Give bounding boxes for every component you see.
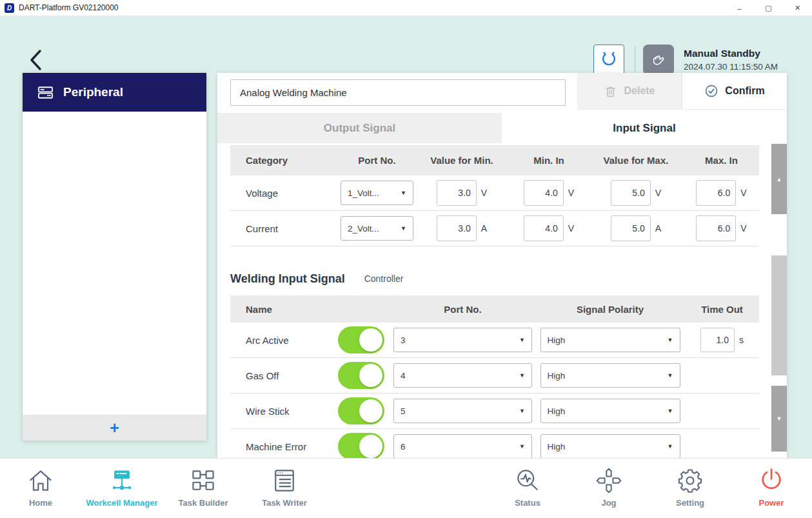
table-row-current: Current 2_Volt... ▼ A V A V <box>230 211 759 246</box>
hand-icon <box>648 50 669 70</box>
title-bar: D DART-Platform GV02120000 – ▢ ✕ <box>0 0 812 16</box>
nav-item-task-writer[interactable]: Task Writer <box>244 459 325 518</box>
wire-stick-port-select[interactable]: 5 ▼ <box>393 399 532 423</box>
plus-icon: + <box>110 419 119 437</box>
welding-signal-table: Name Port No. Signal Polarity Time Out A… <box>230 295 759 458</box>
machine-error-port-select[interactable]: 6 ▼ <box>393 434 532 458</box>
header-band: Manual Standby 2024.07.30 11:15:50 AM <box>0 16 812 71</box>
arc-active-timeout-input[interactable] <box>700 328 735 352</box>
signal-tabs: Output Signal Input Signal <box>217 113 787 143</box>
voltage-max-in-input[interactable] <box>696 180 736 206</box>
close-button[interactable]: ✕ <box>783 0 812 16</box>
current-min-in-input[interactable] <box>524 215 564 241</box>
window-controls: – ▢ ✕ <box>725 0 812 16</box>
table-row-voltage: Voltage 1_Volt... ▼ V V V V <box>230 175 759 211</box>
toggle-knob <box>359 435 382 458</box>
col-time-out: Time Out <box>685 304 759 315</box>
chevron-down-icon: ▼ <box>519 337 525 343</box>
table-row-gas-off: Gas Off 4 ▼ High ▼ <box>230 358 759 393</box>
current-value-max-input[interactable] <box>611 215 651 241</box>
wire-stick-polarity-select[interactable]: High ▼ <box>540 399 680 423</box>
confirm-label: Confirm <box>725 85 764 97</box>
gas-off-polarity-select[interactable]: High ▼ <box>540 363 680 388</box>
tab-output-signal[interactable]: Output Signal <box>217 113 502 143</box>
add-peripheral-button[interactable]: + <box>23 415 206 441</box>
chevron-down-icon: ▼ <box>519 372 525 379</box>
chevron-down-icon: ▼ <box>401 190 406 196</box>
main-header: Delete Confirm <box>217 73 787 113</box>
maximize-button[interactable]: ▢ <box>754 0 783 16</box>
nav-item-status[interactable]: Status <box>487 459 568 518</box>
scrollbar-thumb[interactable] <box>771 255 787 375</box>
scroll-up-button[interactable]: ▲ <box>771 144 787 214</box>
peripheral-sidebar: Peripheral + <box>23 73 206 441</box>
nav-spacer <box>325 459 487 518</box>
confirm-button[interactable]: Confirm <box>682 73 787 110</box>
home-icon <box>26 466 55 495</box>
manual-mode-button[interactable] <box>643 45 674 75</box>
nav-item-workcell-manager[interactable]: Workcell Manager <box>81 459 163 518</box>
wire-stick-toggle[interactable] <box>338 397 384 424</box>
machine-error-toggle[interactable] <box>338 433 384 458</box>
task-writer-icon <box>270 466 299 495</box>
nav-item-power[interactable]: Power <box>731 459 812 518</box>
sidebar-item-peripheral[interactable]: Peripheral <box>23 73 206 112</box>
nav-item-task-builder[interactable]: Task Builder <box>163 459 244 518</box>
chevron-left-icon <box>27 48 44 72</box>
triangle-down-icon: ▼ <box>777 415 782 422</box>
sidebar-list <box>23 112 206 415</box>
unit-label: V <box>568 188 574 198</box>
nav-item-home[interactable]: Home <box>0 459 81 518</box>
tab-input-signal[interactable]: Input Signal <box>502 113 787 143</box>
current-value-min-input[interactable] <box>437 215 477 241</box>
col-min-in: Min. In <box>510 155 588 166</box>
section-subtitle: Controller <box>364 274 404 284</box>
minimize-button[interactable]: – <box>725 0 754 16</box>
unit-label: V <box>568 223 574 234</box>
current-max-in-input[interactable] <box>696 215 736 241</box>
unit-label: V <box>740 188 746 198</box>
triangle-up-icon: ▲ <box>777 176 782 183</box>
gas-off-toggle[interactable] <box>338 362 384 389</box>
unit-label: A <box>481 223 487 234</box>
table-row-machine-error: Machine Error 6 ▼ High ▼ <box>230 429 759 458</box>
voltage-min-in-input[interactable] <box>524 180 564 206</box>
status-icon <box>513 466 542 495</box>
voltage-value-min-input[interactable] <box>437 180 477 206</box>
trash-icon <box>604 85 617 98</box>
task-builder-icon <box>189 466 217 495</box>
analog-table-header: Category Port No. Value for Min. Min. In… <box>230 145 759 175</box>
col-value-for-min: Value for Min. <box>414 155 510 166</box>
delete-label: Delete <box>624 85 655 97</box>
scroll-down-button[interactable]: ▼ <box>771 386 787 452</box>
machine-error-polarity-select[interactable]: High ▼ <box>540 434 680 458</box>
chevron-down-icon: ▼ <box>519 443 525 450</box>
bottom-navigation: Home Workcell Manager <box>0 458 812 518</box>
back-button[interactable] <box>25 47 46 73</box>
machine-name-input[interactable] <box>230 79 566 106</box>
welding-table-header: Name Port No. Signal Polarity Time Out <box>230 295 759 323</box>
unit-label: V <box>481 188 487 198</box>
current-port-select[interactable]: 2_Volt... ▼ <box>341 216 413 241</box>
gas-off-port-select[interactable]: 4 ▼ <box>393 363 532 388</box>
chevron-down-icon: ▼ <box>401 225 406 232</box>
robot-gripper-button[interactable] <box>593 45 624 75</box>
col-value-for-max: Value for Max. <box>588 155 684 166</box>
status-timestamp: 2024.07.30 11:15:50 AM <box>684 61 778 74</box>
arc-active-port-select[interactable]: 3 ▼ <box>393 328 532 352</box>
col-port-no: Port No. <box>340 155 414 166</box>
arc-active-toggle[interactable] <box>338 326 384 354</box>
status-mode: Manual Standby <box>684 46 778 61</box>
chevron-down-icon: ▼ <box>668 408 673 414</box>
section-title: Welding Input Signal <box>230 272 345 286</box>
voltage-port-select[interactable]: 1_Volt... ▼ <box>341 181 413 205</box>
nav-item-setting[interactable]: Setting <box>649 459 731 518</box>
nav-item-jog[interactable]: Jog <box>568 459 649 518</box>
server-icon <box>37 84 54 101</box>
jog-dpad-icon <box>595 466 623 495</box>
main-panel: Delete Confirm Output Signal Input Signa… <box>217 73 787 458</box>
robot-status: Manual Standby 2024.07.30 11:15:50 AM <box>684 46 778 74</box>
delete-button[interactable]: Delete <box>577 73 682 110</box>
voltage-value-max-input[interactable] <box>611 180 651 206</box>
arc-active-polarity-select[interactable]: High ▼ <box>540 328 680 352</box>
